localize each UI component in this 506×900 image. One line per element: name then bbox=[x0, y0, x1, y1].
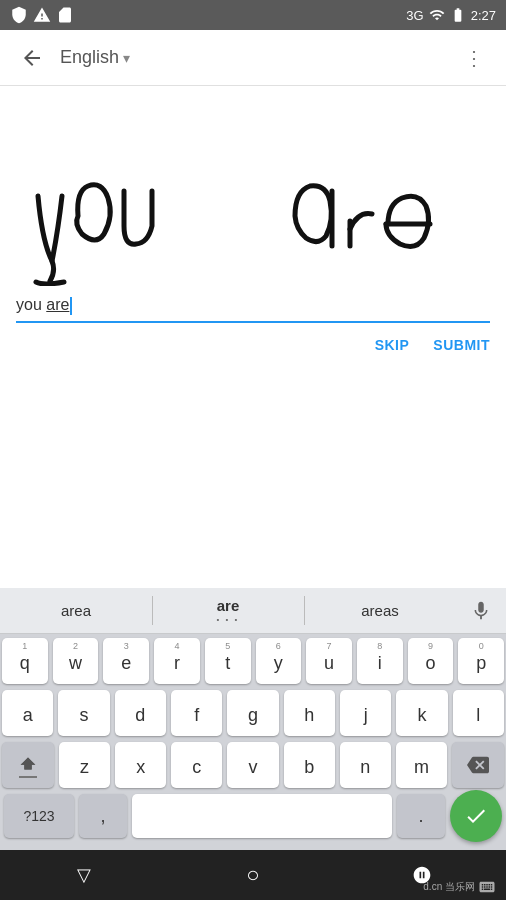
key-r[interactable]: 4r bbox=[154, 638, 200, 684]
time-display: 2:27 bbox=[471, 8, 496, 23]
language-selector[interactable]: English ▾ bbox=[60, 47, 130, 68]
sim-icon bbox=[56, 6, 74, 24]
back-nav-button[interactable]: ▽ bbox=[59, 850, 109, 900]
key-f[interactable]: f bbox=[171, 690, 222, 736]
language-label: English bbox=[60, 47, 119, 68]
warning-icon bbox=[33, 6, 51, 24]
input-text-underlined: are bbox=[46, 296, 69, 313]
status-icons: 3G 2:27 bbox=[406, 7, 496, 23]
key-h[interactable]: h bbox=[284, 690, 335, 736]
key-b[interactable]: b bbox=[284, 742, 335, 788]
key-k[interactable]: k bbox=[396, 690, 447, 736]
sym-key[interactable]: ?123 bbox=[4, 794, 74, 838]
spacebar-row: ?123 , . bbox=[2, 794, 504, 842]
key-t[interactable]: 5t bbox=[205, 638, 251, 684]
shift-key[interactable] bbox=[2, 742, 54, 788]
keys-container: 1q 2w 3e 4r 5t 6y 7u 8i 9o 0p a s d f g … bbox=[0, 634, 506, 850]
suggestion-text-area: area bbox=[61, 602, 91, 619]
enter-key[interactable] bbox=[450, 790, 502, 842]
key-g[interactable]: g bbox=[227, 690, 278, 736]
key-row-3: z x c v b n m bbox=[2, 742, 504, 788]
status-bar-left bbox=[10, 6, 400, 24]
action-buttons: SKIP SUBMIT bbox=[0, 323, 506, 367]
skip-button[interactable]: SKIP bbox=[375, 333, 410, 357]
key-row-1: 1q 2w 3e 4r 5t 6y 7u 8i 9o 0p bbox=[2, 638, 504, 684]
back-button[interactable] bbox=[12, 38, 52, 78]
key-d[interactable]: d bbox=[115, 690, 166, 736]
key-w[interactable]: 2w bbox=[53, 638, 99, 684]
suggestion-item-are[interactable]: are • • • bbox=[152, 588, 304, 633]
handwriting-canvas bbox=[0, 86, 506, 286]
key-s[interactable]: s bbox=[58, 690, 109, 736]
key-row-2: a s d f g h j k l bbox=[2, 690, 504, 736]
text-cursor bbox=[70, 297, 72, 315]
key-a[interactable]: a bbox=[2, 690, 53, 736]
key-z[interactable]: z bbox=[59, 742, 110, 788]
more-options-button[interactable]: ⋮ bbox=[454, 38, 494, 78]
comma-key[interactable]: , bbox=[79, 794, 127, 838]
dropdown-arrow-icon: ▾ bbox=[123, 50, 130, 66]
brand-area: d.cn 当乐网 bbox=[423, 878, 496, 896]
key-c[interactable]: c bbox=[171, 742, 222, 788]
key-l[interactable]: l bbox=[453, 690, 504, 736]
status-bar: 3G 2:27 bbox=[0, 0, 506, 30]
microphone-button[interactable] bbox=[456, 600, 506, 622]
key-v[interactable]: v bbox=[227, 742, 278, 788]
key-q[interactable]: 1q bbox=[2, 638, 48, 684]
suggestion-text-are: are bbox=[217, 597, 240, 614]
keyboard-area: area are • • • areas 1q 2w 3e 4r 5t 6y 7… bbox=[0, 588, 506, 850]
suggestion-dots: • • • bbox=[217, 615, 240, 624]
keyboard-icon bbox=[478, 878, 496, 896]
key-e[interactable]: 3e bbox=[103, 638, 149, 684]
battery-icon bbox=[450, 7, 466, 23]
svg-marker-0 bbox=[21, 758, 36, 770]
key-n[interactable]: n bbox=[340, 742, 391, 788]
key-o[interactable]: 9o bbox=[408, 638, 454, 684]
top-bar: English ▾ ⋮ bbox=[0, 30, 506, 86]
signal-icon bbox=[429, 7, 445, 23]
space-key[interactable] bbox=[132, 794, 392, 838]
brand-text: d.cn 当乐网 bbox=[423, 880, 475, 894]
home-nav-button[interactable]: ○ bbox=[228, 850, 278, 900]
text-input-area[interactable]: you are bbox=[0, 286, 506, 323]
delete-key[interactable] bbox=[452, 742, 504, 788]
suggestion-item-area[interactable]: area bbox=[0, 588, 152, 633]
network-indicator: 3G bbox=[406, 8, 423, 23]
handwriting-area[interactable] bbox=[0, 86, 506, 286]
period-key[interactable]: . bbox=[397, 794, 445, 838]
text-input-row: you are bbox=[16, 296, 490, 323]
nav-bar: ▽ ○ d.cn 当乐网 bbox=[0, 850, 506, 900]
suggestion-text-areas: areas bbox=[361, 602, 399, 619]
key-u[interactable]: 7u bbox=[306, 638, 352, 684]
key-y[interactable]: 6y bbox=[256, 638, 302, 684]
key-j[interactable]: j bbox=[340, 690, 391, 736]
shield-icon bbox=[10, 6, 28, 24]
suggestion-item-areas[interactable]: areas bbox=[304, 588, 456, 633]
submit-button[interactable]: SUBMIT bbox=[433, 333, 490, 357]
input-text: you are bbox=[16, 296, 490, 315]
key-i[interactable]: 8i bbox=[357, 638, 403, 684]
key-x[interactable]: x bbox=[115, 742, 166, 788]
suggestions-row: area are • • • areas bbox=[0, 588, 506, 634]
input-text-before: you bbox=[16, 296, 46, 313]
key-m[interactable]: m bbox=[396, 742, 447, 788]
key-p[interactable]: 0p bbox=[458, 638, 504, 684]
